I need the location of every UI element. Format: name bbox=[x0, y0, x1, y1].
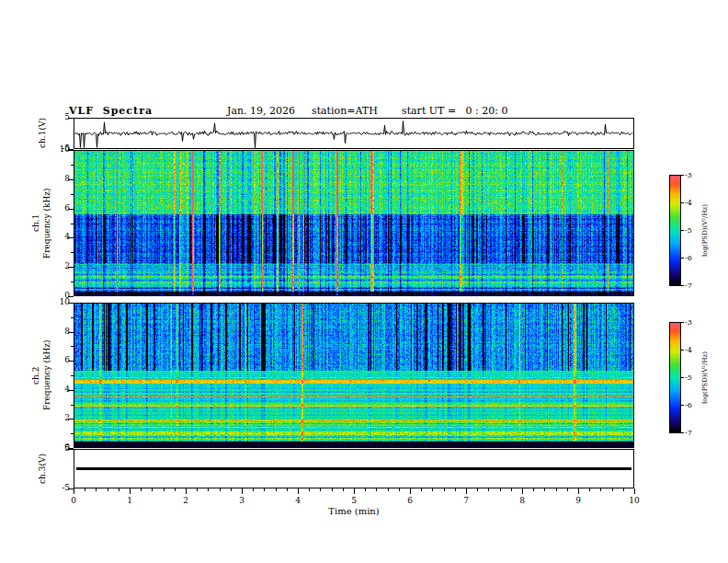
x-tick-label: 1 bbox=[119, 496, 141, 506]
y-minor-tick-mark bbox=[71, 405, 74, 406]
x-tick-mark bbox=[186, 488, 187, 494]
y-tick-label: 2 bbox=[46, 413, 70, 423]
x-minor-tick-mark bbox=[119, 488, 119, 491]
x-minor-tick-mark bbox=[164, 488, 165, 491]
x-tick-label: 4 bbox=[287, 496, 309, 506]
colorbar-tick-label: -5 bbox=[685, 373, 701, 383]
x-tick-mark bbox=[130, 488, 131, 494]
y-minor-tick-mark bbox=[71, 375, 74, 376]
ch2-spectrogram-channel-label: ch.2 bbox=[31, 303, 40, 448]
station-label: station=ATH bbox=[312, 105, 378, 117]
colorbar-tick-label: -3 bbox=[685, 170, 701, 180]
y-tick-label: 6 bbox=[46, 203, 70, 213]
y-tick-label: 4 bbox=[46, 232, 70, 242]
x-minor-tick-mark bbox=[421, 488, 422, 491]
x-minor-tick-mark bbox=[612, 488, 613, 491]
colorbar-tick-mark bbox=[681, 258, 684, 259]
x-minor-tick-mark bbox=[309, 488, 310, 491]
start-ut-label: start UT = 0 : 20: 0 bbox=[402, 105, 508, 117]
colorbar-ch1-gradient bbox=[670, 176, 680, 285]
y-minor-tick-mark bbox=[71, 252, 74, 253]
x-minor-tick-mark bbox=[376, 488, 377, 491]
x-minor-tick-mark bbox=[287, 488, 288, 491]
colorbar-ch2 bbox=[669, 322, 681, 433]
x-minor-tick-mark bbox=[600, 488, 601, 491]
x-minor-tick-mark bbox=[175, 488, 176, 491]
x-minor-tick-mark bbox=[544, 488, 545, 491]
y-tick-label: 4 bbox=[46, 385, 70, 395]
y-minor-tick-mark bbox=[71, 317, 74, 318]
y-minor-tick-mark bbox=[71, 282, 74, 282]
x-tick-mark bbox=[634, 488, 635, 494]
ch2-spectrogram-panel bbox=[74, 303, 634, 448]
x-tick-label: 8 bbox=[511, 496, 533, 506]
x-minor-tick-mark bbox=[85, 488, 85, 491]
ch2-spectrogram-canvas bbox=[74, 304, 633, 447]
colorbar-ch2-gradient bbox=[670, 323, 680, 432]
ch3-waveform-panel bbox=[74, 449, 634, 488]
colorbar-tick-mark bbox=[681, 175, 684, 176]
x-minor-tick-mark bbox=[320, 488, 321, 491]
x-minor-tick-mark bbox=[511, 488, 512, 491]
x-tick-mark bbox=[578, 488, 579, 494]
y-minor-tick-mark bbox=[71, 165, 74, 166]
x-minor-tick-mark bbox=[500, 488, 501, 491]
colorbar-tick-label: -6 bbox=[685, 400, 701, 410]
colorbar-ch2-label: log(PSD)(V²/Hz) bbox=[701, 322, 709, 433]
x-minor-tick-mark bbox=[399, 488, 400, 491]
y-minor-tick-mark bbox=[71, 346, 74, 347]
colorbar-tick-label: -5 bbox=[685, 225, 701, 236]
x-minor-tick-mark bbox=[533, 488, 534, 491]
x-minor-tick-mark bbox=[276, 488, 277, 491]
x-minor-tick-mark bbox=[208, 488, 209, 491]
colorbar-tick-mark bbox=[681, 322, 684, 323]
x-tick-label: 5 bbox=[343, 496, 365, 506]
y-tick-label: 5 bbox=[46, 112, 70, 122]
x-minor-tick-mark bbox=[432, 488, 433, 491]
colorbar-tick-mark bbox=[681, 377, 684, 378]
x-minor-tick-mark bbox=[253, 488, 254, 491]
ch1-spectrogram-channel-label: ch.1 bbox=[31, 150, 40, 296]
x-minor-tick-mark bbox=[444, 488, 445, 491]
x-minor-tick-mark bbox=[220, 488, 221, 491]
x-tick-label: 0 bbox=[63, 496, 85, 506]
colorbar-ch1 bbox=[669, 175, 681, 286]
x-tick-label: 7 bbox=[455, 496, 477, 506]
colorbar-tick-label: -4 bbox=[685, 345, 701, 355]
x-tick-label: 9 bbox=[567, 496, 589, 506]
x-minor-tick-mark bbox=[455, 488, 456, 491]
vlf-spectra-figure: VLF Spectra Jan. 19, 2026 station=ATH st… bbox=[0, 0, 728, 563]
y-tick-label: -5 bbox=[46, 483, 70, 493]
x-tick-mark bbox=[242, 488, 243, 494]
time-axis-label: Time (min) bbox=[74, 506, 634, 516]
colorbar-tick-mark bbox=[681, 405, 684, 406]
x-minor-tick-mark bbox=[556, 488, 557, 491]
x-tick-label: 6 bbox=[399, 496, 421, 506]
x-minor-tick-mark bbox=[152, 488, 153, 491]
x-tick-label: 3 bbox=[231, 496, 253, 506]
colorbar-tick-mark bbox=[681, 202, 684, 203]
ch1-spectrogram-panel bbox=[74, 150, 634, 296]
y-tick-label: 8 bbox=[46, 327, 70, 337]
x-minor-tick-mark bbox=[96, 488, 97, 491]
y-tick-label: 8 bbox=[46, 174, 70, 184]
colorbar-tick-mark bbox=[681, 350, 684, 350]
x-minor-tick-mark bbox=[477, 488, 478, 491]
colorbar-tick-mark bbox=[681, 230, 684, 231]
x-minor-tick-mark bbox=[488, 488, 489, 491]
x-tick-mark bbox=[298, 488, 299, 494]
y-minor-tick-mark bbox=[71, 224, 74, 224]
x-tick-mark bbox=[466, 488, 467, 494]
colorbar-tick-mark bbox=[681, 432, 684, 433]
ch2-frequency-axis-label: Frequency (kHz) bbox=[42, 303, 51, 448]
ch1-waveform-canvas bbox=[74, 119, 633, 148]
y-tick-label: 2 bbox=[46, 261, 70, 271]
x-tick-mark bbox=[410, 488, 411, 494]
x-minor-tick-mark bbox=[141, 488, 142, 491]
y-tick-label: 5 bbox=[46, 443, 70, 454]
y-minor-tick-mark bbox=[71, 433, 74, 434]
ch1-frequency-axis-label: Frequency (kHz) bbox=[42, 150, 51, 296]
colorbar-tick-mark bbox=[681, 285, 684, 286]
colorbar-tick-label: -3 bbox=[685, 317, 701, 327]
x-minor-tick-mark bbox=[332, 488, 333, 491]
